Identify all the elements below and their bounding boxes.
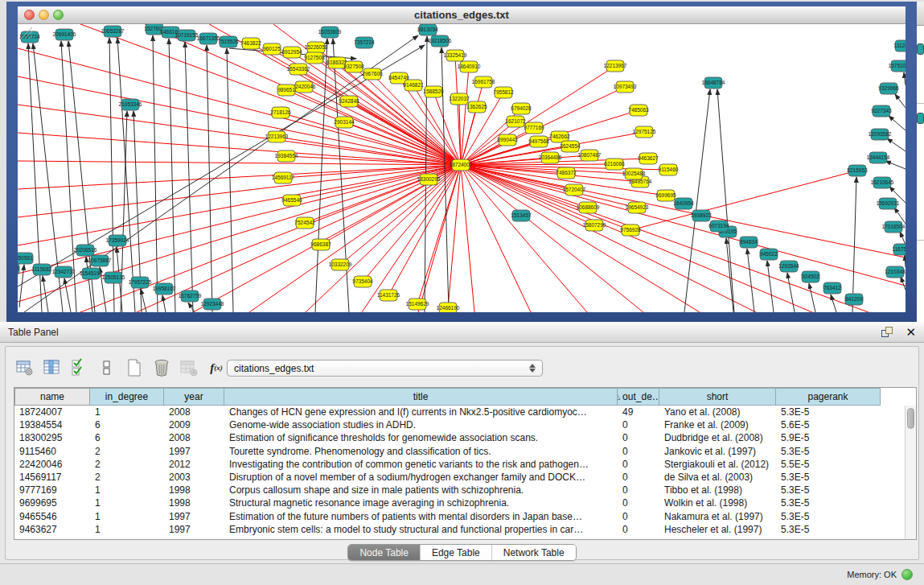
graph-node[interactable]: 960125 xyxy=(263,43,281,55)
graph-node[interactable]: 7524542 xyxy=(294,217,315,229)
graph-node[interactable]: 10807487 xyxy=(578,150,602,161)
graph-node[interactable]: 391934 xyxy=(18,263,19,274)
graph-node[interactable]: 20364486 xyxy=(539,152,562,163)
graph-node[interactable]: 7357224 xyxy=(354,37,375,48)
graph-node[interactable]: 9735404 xyxy=(352,276,373,287)
graph-node[interactable]: 1588520 xyxy=(423,86,444,97)
table-row[interactable]: 1456911722003Disruption of a novel membe… xyxy=(14,471,905,484)
graph-node[interactable]: 7463822 xyxy=(240,38,261,49)
graph-node[interactable]: 9127508 xyxy=(304,52,325,64)
graph-node[interactable]: 17016504 xyxy=(882,221,906,233)
graph-node[interactable]: 10653287 xyxy=(101,26,125,37)
new-table-icon[interactable] xyxy=(125,358,144,377)
graph-node[interactable]: 21053346 xyxy=(119,99,142,110)
zoom-window-button[interactable] xyxy=(53,10,64,20)
tab-network-table[interactable]: Network Table xyxy=(491,545,576,560)
graph-node[interactable]: 12975125 xyxy=(633,126,656,138)
column-header-out_de[interactable]: △out_de… xyxy=(618,388,659,406)
float-panel-icon[interactable] xyxy=(881,327,894,338)
graph-node[interactable]: 9227343 xyxy=(871,105,892,117)
tab-edge-table[interactable]: Edge Table xyxy=(420,545,491,560)
graph-node[interactable]: 9329966 xyxy=(878,83,899,94)
graph-node[interactable]: 11545194 xyxy=(80,268,103,279)
graph-node[interactable]: 16671355 xyxy=(197,33,220,44)
graph-node[interactable]: 8813054 xyxy=(417,24,438,35)
graph-node[interactable]: 850561 xyxy=(18,253,33,264)
graph-node[interactable]: 8215953 xyxy=(847,165,868,176)
table-row[interactable]: 969969511998Structural magnetic resonanc… xyxy=(14,496,905,509)
table-row[interactable]: 946362711997Embryonic stem cells: a mode… xyxy=(14,523,905,536)
close-window-button[interactable] xyxy=(24,10,35,20)
graph-node[interactable]: 3624554 xyxy=(560,141,581,152)
graph-node[interactable]: 9777169 xyxy=(524,122,544,134)
graph-node[interactable]: 11431726 xyxy=(377,290,400,301)
graph-node[interactable]: 16053809 xyxy=(318,27,342,38)
graph-node[interactable]: 17359924 xyxy=(106,235,129,246)
graph-node[interactable]: 1513457 xyxy=(511,210,532,221)
network-canvas-svg[interactable]: 7463822960125891295415226058912750881863… xyxy=(18,24,906,312)
graph-node[interactable]: 15807299 xyxy=(583,220,606,231)
table-row[interactable]: 977716911998Corpus callosum shape and si… xyxy=(14,484,905,496)
graph-node[interactable]: 19958167 xyxy=(153,283,176,295)
column-header-title[interactable]: title xyxy=(224,388,618,406)
table-row[interactable]: 2242004622012Investigating the contribut… xyxy=(14,458,905,471)
graph-node[interactable]: 16782759 xyxy=(179,290,202,302)
column-chooser-icon[interactable] xyxy=(97,358,117,377)
graph-node[interactable]: 13325419 xyxy=(444,50,467,61)
column-header-name[interactable]: name xyxy=(14,388,90,406)
graph-node[interactable]: 22420046 xyxy=(293,81,316,93)
graph-node[interactable]: 841209 xyxy=(845,294,863,305)
network-canvas[interactable]: 7463822960125891295415226058912750881863… xyxy=(18,24,906,312)
graph-node[interactable]: 18640910 xyxy=(458,61,481,72)
graph-node[interactable]: 7486372 xyxy=(556,167,577,179)
graph-node[interactable]: 16210645 xyxy=(871,177,894,188)
graph-node[interactable]: 1115682 xyxy=(32,264,52,275)
table-panel-titlebar[interactable]: Table Panel ✕ xyxy=(0,322,924,343)
graph-node[interactable]: 10719155 xyxy=(175,30,199,41)
graph-node[interactable]: 10973493 xyxy=(614,81,637,93)
graph-node[interactable]: 12213963 xyxy=(265,131,289,142)
graph-node[interactable]: 9686387 xyxy=(310,239,331,250)
graph-node[interactable]: 16961758 xyxy=(472,76,495,88)
minimize-window-button[interactable] xyxy=(39,10,49,20)
graph-node[interactable]: 9756928 xyxy=(620,225,641,236)
graph-node[interactable]: 989651 xyxy=(277,84,295,96)
graph-node[interactable]: 5938923 xyxy=(691,210,712,221)
graph-node[interactable]: 7955812 xyxy=(493,87,514,98)
graph-node[interactable]: 9327508 xyxy=(343,61,364,72)
graph-node[interactable]: 12466190 xyxy=(437,303,460,312)
graph-node[interactable]: 6794028 xyxy=(511,103,532,114)
column-header-year[interactable]: year xyxy=(164,388,224,406)
graph-node[interactable]: 18300295 xyxy=(417,174,441,185)
graph-node[interactable]: 1640954 xyxy=(673,198,694,209)
graph-node[interactable]: 6073194 xyxy=(708,220,729,232)
graph-node[interactable]: 924502 xyxy=(802,271,819,282)
graph-node[interactable]: 9463627 xyxy=(638,153,659,164)
graph-node[interactable]: 19218506 xyxy=(429,35,452,47)
table-settings-icon[interactable] xyxy=(15,358,35,377)
graph-node[interactable]: 7515526 xyxy=(218,36,239,47)
graph-node[interactable]: 14569117 xyxy=(272,172,295,183)
table-row[interactable]: 1830029562008Estimation of significance … xyxy=(14,431,905,444)
graph-node[interactable]: 1621072 xyxy=(505,116,526,127)
graph-node[interactable]: 19654923 xyxy=(626,202,649,213)
graph-node[interactable]: 15720407 xyxy=(563,184,586,196)
graph-node[interactable]: 12505135 xyxy=(102,272,125,283)
graph-node[interactable]: 2967608 xyxy=(362,68,383,80)
graph-node[interactable]: 15751074 xyxy=(889,60,906,72)
graph-node[interactable]: 15226058 xyxy=(305,42,328,53)
graph-node[interactable]: 16543362 xyxy=(287,64,310,75)
table-row[interactable]: 946554611997Estimation of the future num… xyxy=(14,510,905,523)
graph-node[interactable]: 7485063 xyxy=(628,105,649,116)
graph-node[interactable]: 10025488 xyxy=(622,168,646,179)
network-window-titlebar[interactable]: citations_edges.txt xyxy=(18,6,906,24)
graph-node[interactable]: 1292844 xyxy=(778,261,799,272)
graph-node[interactable]: 9497568 xyxy=(528,136,549,147)
graph-node[interactable]: 1362625 xyxy=(466,101,487,113)
graph-node[interactable]: 1210348 xyxy=(885,266,906,278)
select-rows-icon[interactable] xyxy=(70,358,89,377)
graph-node[interactable]: 9465546 xyxy=(281,195,302,206)
graph-node[interactable]: 10332209 xyxy=(329,259,352,270)
graph-node[interactable]: 20206516 xyxy=(74,245,97,256)
resize-grip[interactable] xyxy=(18,24,34,40)
